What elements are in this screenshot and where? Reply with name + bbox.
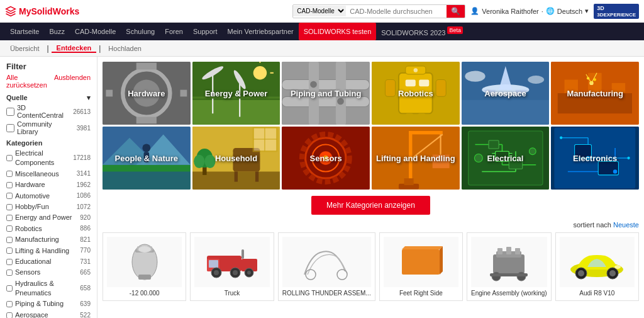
product-card-6[interactable]: Audi R8 V10 [555,232,639,301]
hardware-tile-label: Hardware [125,86,167,101]
cat-tile-energy[interactable]: Energy & Power [192,62,280,125]
cat-hardware[interactable]: Hardware1962 [6,180,91,190]
source-3d-content[interactable]: 3D ContentCentral 26613 [6,104,91,119]
filter-actions: Alle zurücksetzen Ausblenden [6,74,91,89]
aerospace-label-overlay: Aerospace [462,62,550,125]
search-input[interactable] [346,6,447,16]
cat-automotive[interactable]: Automotive1086 [6,191,91,201]
cat-manufacturing[interactable]: Manufacturing821 [6,235,91,244]
svg-point-137 [337,270,347,280]
nav-buzz[interactable]: Buzz [44,23,69,40]
source-3d-count: 26613 [73,108,91,115]
cat-tile-hardware[interactable]: Hardware [103,62,191,125]
svg-point-134 [247,271,251,275]
hide-filter-link[interactable]: Ausblenden [54,74,91,89]
product-img-3 [282,237,371,287]
cat-tile-manufacturing[interactable]: Manufacturing [551,62,639,125]
logo[interactable]: MySolidWorks [5,6,79,17]
nav-foren[interactable]: Foren [160,23,188,40]
source-3d-checkbox[interactable] [6,108,14,116]
product-svg-4 [396,243,446,281]
source-section: Quelle ▾ 3D ContentCentral 26613 Communi… [6,94,91,135]
svg-rect-124 [138,275,151,280]
product-card-4[interactable]: Feet Right Side [379,232,463,301]
cat-tile-aerospace[interactable]: Aerospace [462,62,550,125]
sort-newest-link[interactable]: Neueste [613,221,639,229]
subnav-entdecken[interactable]: Entdecken [52,44,97,53]
lang-label: Deutsch [557,8,582,15]
source-community-label: Community Library [17,120,74,135]
product-card-5[interactable]: Engine Assembly (working) [467,232,552,301]
svg-rect-128 [209,260,218,268]
product-img-5 [471,237,547,287]
cat-tile-people[interactable]: People & Nature [103,127,191,190]
nav-support[interactable]: Support [188,23,223,40]
subnav-separator: | [47,44,48,53]
product-svg-5 [484,242,534,283]
source-community-checkbox[interactable] [6,124,14,132]
electrical-label-overlay: Electrical [462,127,550,190]
source-community[interactable]: Community Library 3981 [6,120,91,135]
user-info: 👤 Veronika Raithofer · 🌐 Deutsch ▾ [470,7,589,15]
product-card-2[interactable]: Truck [190,232,274,301]
nav-cad-modelle[interactable]: CAD-Modelle [70,23,121,40]
cat-educational[interactable]: Educational731 [6,257,91,266]
svg-marker-140 [440,246,443,275]
sidebar: Filter Alle zurücksetzen Ausblenden Quel… [0,57,97,318]
product-img-1 [107,237,182,287]
product-card-3[interactable]: ROLLING THUNDER ASSEM... [278,232,375,301]
reset-filter-link[interactable]: Alle zurücksetzen [6,74,49,89]
cat-tile-robotics[interactable]: Robotics [372,62,460,125]
cat-tile-electrical[interactable]: Electrical [462,127,550,190]
source-3d-label: 3D ContentCentral [17,104,70,119]
search-button[interactable]: 🔍 [447,5,465,18]
cat-robotics[interactable]: Robotics886 [6,224,91,234]
cat-aerospace[interactable]: Aerospace522 [6,310,91,318]
svg-rect-138 [402,249,440,275]
subnav-ubersicht[interactable]: Übersicht [5,45,44,52]
nav-testen[interactable]: SOLIDWORKS testen [299,23,377,40]
product-card-1[interactable]: -12 00.000 [103,232,186,301]
subnav-hochladen[interactable]: Hochladen [103,45,147,52]
cat-tile-piping[interactable]: Piping and Tubing [282,62,370,125]
cat-tile-electronics[interactable]: Electronics [551,127,639,190]
svg-point-123 [138,246,151,253]
lifting-label-overlay: Lifting and Handling [372,127,460,190]
nav-schulung[interactable]: Schulung [121,23,160,40]
hardware-label-overlay: Hardware [103,62,191,125]
nav-startseite[interactable]: Startseite [5,23,44,40]
source-community-count: 3981 [77,125,91,132]
cat-tile-sensors[interactable]: Sensors [282,127,370,190]
cat-hydraulics[interactable]: Hydraulics & Pneumatics658 [6,279,91,298]
electronics-label-overlay: Electronics [551,127,639,190]
search-container: CAD-Modelle 🔍 [292,4,465,18]
cat-hobby[interactable]: Hobby/Fun1072 [6,202,91,212]
categories-section: Kategorien Electrical Components17218 Mi… [6,139,91,318]
svg-rect-145 [515,248,520,254]
electronics-tile-label: Electronics [570,151,619,166]
nav-2023[interactable]: SOLIDWORKS 2023 Beta [376,21,468,42]
sort-row: sortiert nach Neueste [103,221,639,229]
beta-badge: Beta [447,26,463,34]
nav-vertrieb[interactable]: Mein Vertriebspartner [223,23,299,40]
product-svg-6 [567,243,627,281]
cat-lifting[interactable]: Lifting & Handling770 [6,246,91,256]
cat-tile-household[interactable]: Household [192,127,280,190]
main-content: Hardware [97,57,644,318]
product-title-2: Truck [194,290,269,297]
cat-miscellaneous[interactable]: Miscellaneous3141 [6,169,91,179]
more-categories-button[interactable]: Mehr Kategorien anzeigen [311,196,430,215]
cat-tile-lifting[interactable]: Lifting and Handling [372,127,460,190]
piping-tile-label: Piping and Tubing [288,86,364,101]
cat-sensors[interactable]: Sensors665 [6,268,91,277]
svg-point-151 [578,270,584,276]
electrical-tile-label: Electrical [485,151,526,166]
cat-electrical-components[interactable]: Electrical Components17218 [6,149,91,168]
cat-piping[interactable]: Piping & Tubing639 [6,299,91,309]
sensors-tile-label: Sensors [308,151,345,166]
search-type-select[interactable]: CAD-Modelle [293,6,346,16]
product-img-4 [384,237,458,287]
svg-point-130 [214,270,219,275]
product-title-1: -12 00.000 [107,290,182,297]
cat-energy[interactable]: Energy and Power920 [6,213,91,222]
